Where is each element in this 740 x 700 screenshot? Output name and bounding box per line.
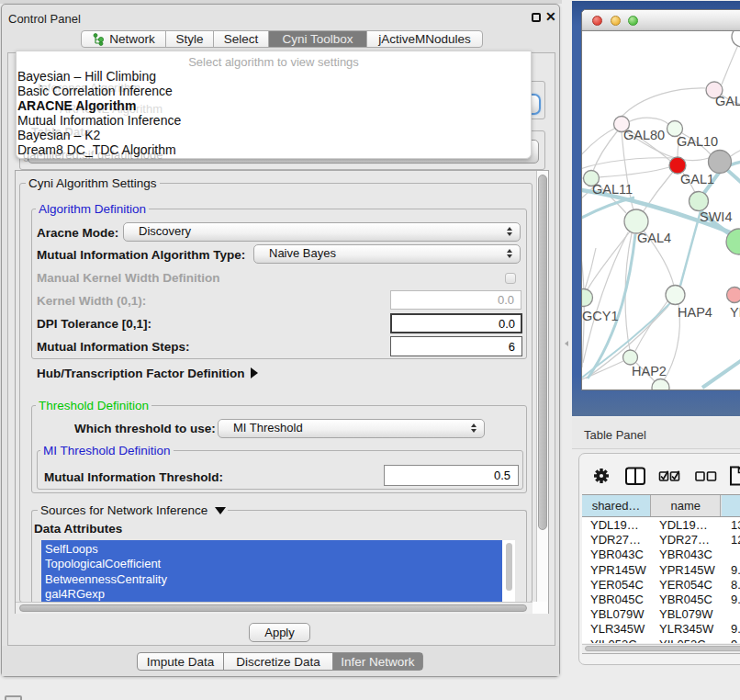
svg-text:GCY1: GCY1: [582, 309, 619, 323]
svg-text:GAL1: GAL1: [680, 172, 714, 186]
svg-text:GAL10: GAL10: [677, 134, 718, 149]
svg-text:YB: YB: [730, 305, 740, 320]
svg-text:GAL80: GAL80: [623, 128, 665, 142]
svg-text:SWI4: SWI4: [700, 209, 732, 224]
svg-text:GAL4: GAL4: [637, 231, 671, 245]
svg-text:GAL2: GAL2: [715, 94, 740, 108]
svg-text:HAP4: HAP4: [678, 305, 712, 320]
svg-text:GAL11: GAL11: [592, 182, 633, 197]
svg-text:HAP2: HAP2: [632, 364, 667, 378]
